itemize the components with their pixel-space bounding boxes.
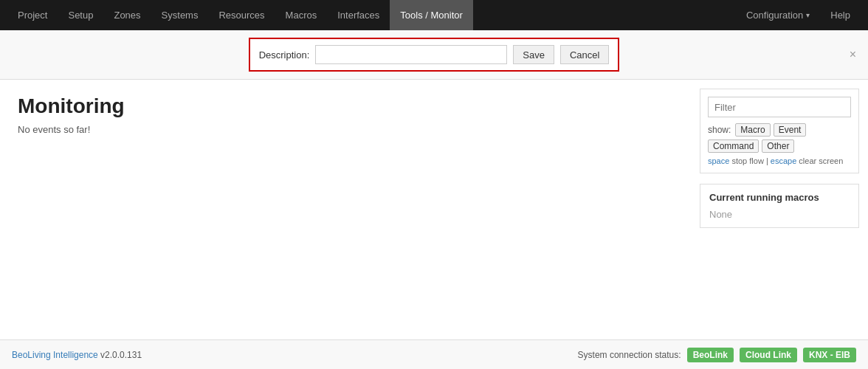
running-macros-box: Current running macros None (700, 184, 859, 228)
show-event-button[interactable]: Event (774, 123, 807, 137)
nav-resources[interactable]: Resources (208, 0, 275, 30)
nav-zones[interactable]: Zones (103, 0, 151, 30)
show-command-button[interactable]: Command (708, 139, 759, 153)
running-macros-title: Current running macros (709, 192, 850, 203)
filter-input[interactable] (708, 97, 851, 117)
nav-interfaces[interactable]: Interfaces (327, 0, 390, 30)
escape-shortcut[interactable]: escape (771, 156, 796, 165)
filter-box: show: Macro Event Command Other space st… (700, 89, 859, 173)
running-macros-none: None (709, 209, 850, 220)
save-button[interactable]: Save (513, 45, 554, 64)
main-content: Monitoring No events so far! show: Macro… (0, 80, 868, 339)
show-label: show: (708, 125, 731, 135)
status-label: System connection status: (578, 350, 681, 360)
brand-link[interactable]: BeoLiving Intelligence (12, 350, 98, 360)
no-events-message: No events so far! (18, 124, 673, 135)
description-label: Description: (259, 49, 310, 61)
nav-help[interactable]: Help (820, 0, 861, 30)
footer-version-text: v2.0.0.131 (100, 350, 142, 360)
nav-systems[interactable]: Systems (151, 0, 209, 30)
nav-tools-monitor[interactable]: Tools / Monitor (390, 0, 473, 30)
stop-flow-text: stop flow | (731, 156, 770, 165)
footer-brand: BeoLiving Intelligence v2.0.0.131 (12, 350, 142, 360)
left-panel: Monitoring No events so far! (0, 80, 691, 339)
show-macro-button[interactable]: Macro (735, 123, 770, 137)
cloudlink-badge: Cloud Link (740, 348, 797, 362)
description-bar: Description: Save Cancel × (0, 30, 868, 80)
close-icon[interactable]: × (850, 49, 856, 61)
configuration-dropdown-icon: ▾ (806, 11, 810, 19)
clear-screen-text: clear screen (799, 156, 843, 165)
show-row: show: Macro Event Command Other (708, 123, 851, 153)
nav-setup[interactable]: Setup (58, 0, 103, 30)
nav-right: Configuration ▾ Help (736, 0, 861, 30)
shortcut-row: space stop flow | escape clear screen (708, 156, 851, 165)
space-shortcut[interactable]: space (708, 156, 729, 165)
nav-project[interactable]: Project (7, 0, 58, 30)
right-panel: show: Macro Event Command Other space st… (691, 80, 868, 339)
beolink-badge: BeoLink (687, 348, 734, 362)
show-other-button[interactable]: Other (762, 139, 794, 153)
description-form: Description: Save Cancel (249, 38, 620, 72)
nav-macros[interactable]: Macros (275, 0, 328, 30)
nav-configuration[interactable]: Configuration ▾ (736, 0, 820, 30)
description-input[interactable] (315, 45, 507, 64)
footer: BeoLiving Intelligence v2.0.0.131 System… (0, 339, 868, 369)
page-title: Monitoring (18, 94, 673, 118)
knx-badge: KNX - EIB (803, 348, 856, 362)
footer-status: System connection status: BeoLink Cloud … (578, 348, 856, 362)
navbar: Project Setup Zones Systems Resources Ma… (0, 0, 868, 30)
cancel-button[interactable]: Cancel (560, 45, 609, 64)
